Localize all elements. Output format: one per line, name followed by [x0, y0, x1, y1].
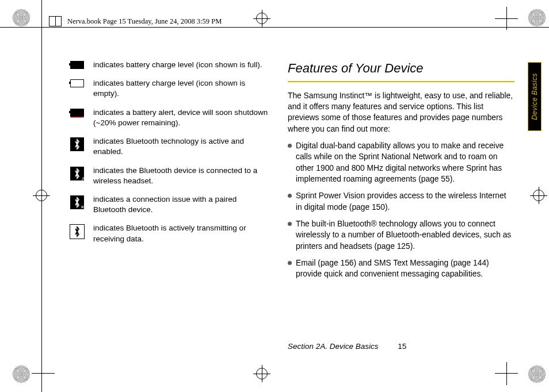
- page-footer: Section 2A. Device Basics 15: [288, 342, 406, 351]
- feature-bullet: Digital dual-band capability allows you …: [288, 140, 514, 185]
- book-icon: [49, 16, 62, 26]
- icon-description: indicates Bluetooth is actively transmit…: [93, 223, 270, 244]
- framemaker-text: Nerva.book Page 15 Tuesday, June 24, 200…: [67, 17, 222, 26]
- icon-definition: indicates Bluetooth technology is active…: [69, 136, 270, 157]
- feature-bullet: Email (page 156) and SMS Text Messaging …: [288, 258, 514, 280]
- icon-description: indicates a connection issue with a pair…: [93, 194, 270, 215]
- registration-radial-icon: [528, 366, 546, 383]
- section-label: Section 2A. Device Basics: [288, 342, 379, 351]
- icon-description: indicates Bluetooth technology is active…: [93, 136, 270, 157]
- bluetooth-headset-icon: ♬: [70, 167, 84, 180]
- registration-target-icon: [533, 190, 544, 201]
- icon-definition: indicates a battery alert, device will s…: [69, 107, 270, 128]
- section-title: Features of Your Device: [288, 60, 514, 78]
- feature-bullet: The built-in Bluetooth® technology allow…: [288, 218, 514, 252]
- icon-definition: indicates battery charge level (icon sho…: [69, 78, 270, 99]
- battery-alert-icon: [70, 109, 84, 117]
- side-tab: Device Basics: [528, 62, 542, 131]
- registration-target-icon: [36, 190, 47, 201]
- icon-definition: ✕ indicates a connection issue with a pa…: [69, 194, 270, 215]
- crop-mark: [506, 7, 507, 30]
- title-underline: [288, 81, 514, 82]
- crop-line: [0, 27, 549, 28]
- bluetooth-enabled-icon: [70, 137, 84, 151]
- page-number: 15: [398, 342, 406, 351]
- icon-description: indicates the Bluetooth device is connec…: [93, 166, 270, 186]
- battery-full-icon: [70, 61, 84, 69]
- icon-definitions-column: indicates battery charge level (icon sho…: [69, 60, 270, 352]
- crop-mark: [506, 362, 507, 385]
- icon-definition: indicates Bluetooth is actively transmit…: [69, 223, 270, 244]
- intro-paragraph: The Samsung Instinct™ is lightweight, ea…: [288, 90, 514, 134]
- side-tab-label: Device Basics: [531, 73, 539, 120]
- features-column: Features of Your Device The Samsung Inst…: [288, 60, 514, 352]
- feature-bullet: Sprint Power Vision provides access to t…: [288, 190, 514, 213]
- battery-empty-icon: [70, 79, 84, 87]
- bluetooth-issue-icon: ✕: [70, 195, 84, 209]
- icon-definition: indicates battery charge level (icon sho…: [69, 60, 270, 70]
- registration-target-icon: [256, 368, 268, 379]
- registration-target-icon: [256, 13, 268, 24]
- crop-mark: [32, 373, 55, 374]
- bluetooth-data-icon: [70, 224, 85, 239]
- page-content: indicates battery charge level (icon sho…: [69, 60, 514, 352]
- framemaker-header: Nerva.book Page 15 Tuesday, June 24, 200…: [49, 16, 222, 26]
- feature-bullets: Digital dual-band capability allows you …: [288, 140, 514, 279]
- icon-description: indicates battery charge level (icon sho…: [93, 78, 270, 99]
- registration-radial-icon: [528, 9, 546, 26]
- icon-description: indicates battery charge level (icon sho…: [93, 60, 270, 70]
- crop-mark: [41, 362, 42, 385]
- registration-radial-icon: [13, 9, 30, 26]
- icon-description: indicates a battery alert, device will s…: [93, 107, 270, 128]
- icon-definition: ♬ indicates the Bluetooth device is conn…: [69, 166, 270, 186]
- registration-radial-icon: [13, 366, 30, 383]
